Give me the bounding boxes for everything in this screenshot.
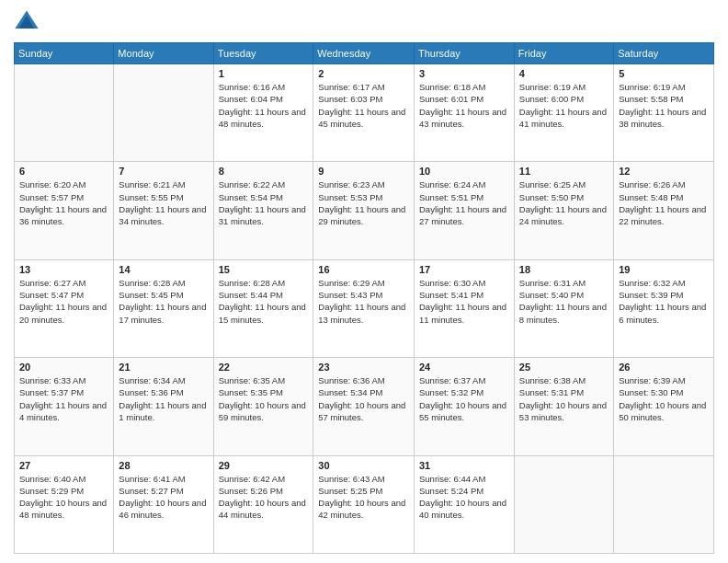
day-info: Sunrise: 6:28 AMSunset: 5:44 PMDaylight:… [219, 277, 309, 326]
day-number: 14 [119, 264, 208, 275]
calendar-cell: 20Sunrise: 6:33 AMSunset: 5:37 PMDayligh… [15, 358, 114, 455]
calendar-cell [614, 455, 714, 553]
calendar-cell: 28Sunrise: 6:41 AMSunset: 5:27 PMDayligh… [114, 455, 213, 553]
day-info: Sunrise: 6:24 AMSunset: 5:51 PMDaylight:… [419, 178, 509, 227]
day-info: Sunrise: 6:40 AMSunset: 5:29 PMDaylight:… [19, 473, 108, 522]
day-info: Sunrise: 6:23 AMSunset: 5:53 PMDaylight:… [318, 178, 409, 227]
calendar-cell: 8Sunrise: 6:22 AMSunset: 5:54 PMDaylight… [213, 162, 313, 259]
calendar-weekday: Sunday [15, 43, 114, 64]
calendar-cell [15, 64, 114, 162]
calendar-cell: 5Sunrise: 6:19 AMSunset: 5:58 PMDaylight… [614, 64, 714, 162]
day-info: Sunrise: 6:35 AMSunset: 5:35 PMDaylight:… [219, 374, 309, 423]
calendar-cell: 21Sunrise: 6:34 AMSunset: 5:36 PMDayligh… [114, 358, 213, 455]
day-info: Sunrise: 6:22 AMSunset: 5:54 PMDaylight:… [219, 178, 309, 227]
calendar-weekday: Wednesday [313, 43, 415, 64]
day-number: 22 [219, 362, 309, 373]
day-number: 2 [318, 68, 409, 79]
day-number: 4 [519, 68, 609, 79]
calendar-cell: 9Sunrise: 6:23 AMSunset: 5:53 PMDaylight… [313, 162, 415, 259]
day-number: 27 [19, 460, 108, 471]
calendar-cell: 29Sunrise: 6:42 AMSunset: 5:26 PMDayligh… [213, 455, 313, 553]
day-info: Sunrise: 6:39 AMSunset: 5:30 PMDaylight:… [619, 374, 709, 423]
calendar-cell: 18Sunrise: 6:31 AMSunset: 5:40 PMDayligh… [514, 259, 613, 357]
day-info: Sunrise: 6:34 AMSunset: 5:36 PMDaylight:… [119, 374, 208, 423]
page: SundayMondayTuesdayWednesdayThursdayFrid… [0, 0, 728, 563]
day-number: 25 [519, 362, 609, 373]
calendar-cell: 23Sunrise: 6:36 AMSunset: 5:34 PMDayligh… [313, 358, 415, 455]
day-info: Sunrise: 6:19 AMSunset: 6:00 PMDaylight:… [519, 81, 609, 130]
calendar-table: SundayMondayTuesdayWednesdayThursdayFrid… [14, 42, 714, 554]
day-number: 9 [318, 166, 409, 177]
day-number: 3 [419, 68, 509, 79]
calendar-cell: 19Sunrise: 6:32 AMSunset: 5:39 PMDayligh… [614, 259, 714, 357]
day-number: 10 [419, 166, 509, 177]
day-info: Sunrise: 6:27 AMSunset: 5:47 PMDaylight:… [19, 277, 108, 326]
calendar-cell [514, 455, 613, 553]
day-number: 30 [318, 460, 409, 471]
day-number: 13 [19, 264, 108, 275]
day-number: 28 [119, 460, 208, 471]
calendar-weekday: Thursday [415, 43, 515, 64]
day-number: 7 [119, 166, 208, 177]
day-info: Sunrise: 6:30 AMSunset: 5:41 PMDaylight:… [419, 277, 509, 326]
day-info: Sunrise: 6:33 AMSunset: 5:37 PMDaylight:… [19, 374, 108, 423]
day-number: 26 [619, 362, 709, 373]
calendar-weekday: Monday [114, 43, 213, 64]
calendar-weekday: Tuesday [213, 43, 313, 64]
day-number: 1 [219, 68, 309, 79]
calendar-cell: 2Sunrise: 6:17 AMSunset: 6:03 PMDaylight… [313, 64, 415, 162]
logo [14, 9, 43, 35]
calendar-cell: 10Sunrise: 6:24 AMSunset: 5:51 PMDayligh… [415, 162, 515, 259]
calendar-cell: 6Sunrise: 6:20 AMSunset: 5:57 PMDaylight… [15, 162, 114, 259]
day-info: Sunrise: 6:29 AMSunset: 5:43 PMDaylight:… [318, 277, 409, 326]
calendar-cell: 27Sunrise: 6:40 AMSunset: 5:29 PMDayligh… [15, 455, 114, 553]
day-info: Sunrise: 6:41 AMSunset: 5:27 PMDaylight:… [119, 473, 208, 522]
day-number: 6 [19, 166, 108, 177]
calendar-week-row: 1Sunrise: 6:16 AMSunset: 6:04 PMDaylight… [15, 64, 714, 162]
day-number: 8 [219, 166, 309, 177]
day-number: 17 [419, 264, 509, 275]
day-info: Sunrise: 6:43 AMSunset: 5:25 PMDaylight:… [318, 473, 409, 522]
day-number: 18 [519, 264, 609, 275]
day-info: Sunrise: 6:16 AMSunset: 6:04 PMDaylight:… [219, 81, 309, 130]
header [14, 9, 714, 35]
day-number: 12 [619, 166, 709, 177]
calendar-cell: 3Sunrise: 6:18 AMSunset: 6:01 PMDaylight… [415, 64, 515, 162]
calendar-cell [114, 64, 213, 162]
day-info: Sunrise: 6:42 AMSunset: 5:26 PMDaylight:… [219, 473, 309, 522]
day-info: Sunrise: 6:31 AMSunset: 5:40 PMDaylight:… [519, 277, 609, 326]
day-number: 20 [19, 362, 108, 373]
day-info: Sunrise: 6:26 AMSunset: 5:48 PMDaylight:… [619, 178, 709, 227]
day-info: Sunrise: 6:44 AMSunset: 5:24 PMDaylight:… [419, 473, 509, 522]
day-number: 19 [619, 264, 709, 275]
calendar-cell: 25Sunrise: 6:38 AMSunset: 5:31 PMDayligh… [514, 358, 613, 455]
day-info: Sunrise: 6:28 AMSunset: 5:45 PMDaylight:… [119, 277, 208, 326]
calendar-cell: 22Sunrise: 6:35 AMSunset: 5:35 PMDayligh… [213, 358, 313, 455]
day-number: 15 [219, 264, 309, 275]
calendar-weekday: Saturday [614, 43, 714, 64]
day-number: 11 [519, 166, 609, 177]
day-number: 29 [219, 460, 309, 471]
day-info: Sunrise: 6:37 AMSunset: 5:32 PMDaylight:… [419, 374, 509, 423]
calendar-cell: 4Sunrise: 6:19 AMSunset: 6:00 PMDaylight… [514, 64, 613, 162]
calendar-cell: 1Sunrise: 6:16 AMSunset: 6:04 PMDaylight… [213, 64, 313, 162]
calendar-header-row: SundayMondayTuesdayWednesdayThursdayFrid… [15, 43, 714, 64]
day-info: Sunrise: 6:25 AMSunset: 5:50 PMDaylight:… [519, 178, 609, 227]
calendar-week-row: 6Sunrise: 6:20 AMSunset: 5:57 PMDaylight… [15, 162, 714, 259]
calendar-cell: 12Sunrise: 6:26 AMSunset: 5:48 PMDayligh… [614, 162, 714, 259]
day-info: Sunrise: 6:18 AMSunset: 6:01 PMDaylight:… [419, 81, 509, 130]
calendar-cell: 11Sunrise: 6:25 AMSunset: 5:50 PMDayligh… [514, 162, 613, 259]
calendar-week-row: 13Sunrise: 6:27 AMSunset: 5:47 PMDayligh… [15, 259, 714, 357]
calendar-cell: 17Sunrise: 6:30 AMSunset: 5:41 PMDayligh… [415, 259, 515, 357]
day-number: 16 [318, 264, 409, 275]
day-number: 5 [619, 68, 709, 79]
calendar-week-row: 20Sunrise: 6:33 AMSunset: 5:37 PMDayligh… [15, 358, 714, 455]
day-number: 21 [119, 362, 208, 373]
day-info: Sunrise: 6:19 AMSunset: 5:58 PMDaylight:… [619, 81, 709, 130]
day-info: Sunrise: 6:32 AMSunset: 5:39 PMDaylight:… [619, 277, 709, 326]
calendar-cell: 15Sunrise: 6:28 AMSunset: 5:44 PMDayligh… [213, 259, 313, 357]
day-info: Sunrise: 6:17 AMSunset: 6:03 PMDaylight:… [318, 81, 409, 130]
calendar-cell: 24Sunrise: 6:37 AMSunset: 5:32 PMDayligh… [415, 358, 515, 455]
calendar-week-row: 27Sunrise: 6:40 AMSunset: 5:29 PMDayligh… [15, 455, 714, 553]
day-number: 24 [419, 362, 509, 373]
